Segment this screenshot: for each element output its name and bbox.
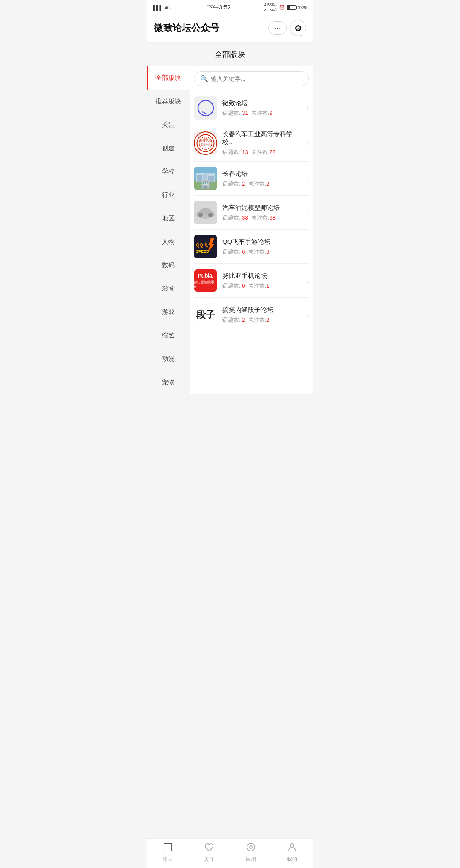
follow-count-7: 2 <box>266 317 269 323</box>
topic-count-7: 2 <box>242 317 245 323</box>
forum-item-3[interactable]: 长春论坛 话题数: 2 关注数:2 › <box>194 162 309 196</box>
changchun-image <box>194 167 217 190</box>
forum-info-4: 汽车油泥模型师论坛 话题数: 38 关注数:68 <box>222 204 304 222</box>
svg-text:QQ飞: QQ飞 <box>196 243 208 248</box>
chevron-icon-6: › <box>307 277 309 285</box>
forum-item-2[interactable]: 长春汽车 工业专科 长春汽车工业高等专科学校... 话题数: 13 关注数:22 <box>194 125 309 162</box>
svg-point-14 <box>198 213 203 217</box>
forum-icon-5: QQ飞 SPEED <box>194 235 217 258</box>
svg-text:工业专科: 工业专科 <box>201 143 211 146</box>
topic-count-3: 2 <box>242 180 245 187</box>
chevron-icon-4: › <box>307 209 309 217</box>
svg-rect-11 <box>208 176 214 182</box>
nubia-icon: nubia. 努比亚智能手机 <box>194 269 217 292</box>
battery-info: 4.55K/s30.8K/s ⏰ 33% <box>264 3 307 12</box>
network-type: 4G+ <box>164 5 173 10</box>
app-header: 微致论坛公众号 ··· <box>147 15 313 43</box>
nubia-sub-text: 努比亚智能手机 <box>194 280 217 289</box>
chevron-icon-2: › <box>307 140 309 147</box>
forum-list: 微致论坛 话题数: 31 关注数:9 › 长春汽车 <box>194 91 309 331</box>
sidebar-item-people[interactable]: 人物 <box>147 230 190 254</box>
topic-count-2: 13 <box>242 149 248 155</box>
more-icon: ··· <box>275 24 280 32</box>
search-icon: 🔍 <box>200 75 208 83</box>
forum-item-1[interactable]: 微致论坛 话题数: 31 关注数:9 › <box>194 91 309 125</box>
duanzi-icon: 段子 <box>194 303 217 326</box>
chevron-icon-1: › <box>307 104 309 112</box>
forum-item-6[interactable]: nubia. 努比亚智能手机 努比亚手机论坛 话题数: 0 关注数:1 › <box>194 264 309 298</box>
svg-point-15 <box>208 213 213 217</box>
sidebar-item-anime[interactable]: 动漫 <box>147 347 190 371</box>
forum-item-5[interactable]: QQ飞 SPEED QQ飞车手游论坛 话题数: 6 关注数:6 › <box>194 230 309 264</box>
clay-image <box>194 201 217 224</box>
svg-rect-10 <box>203 174 207 182</box>
forum-name-5: QQ飞车手游论坛 <box>222 238 304 246</box>
forum-icon-6: nubia. 努比亚智能手机 <box>194 269 217 292</box>
sidebar-item-game[interactable]: 游戏 <box>147 300 190 324</box>
record-icon <box>295 25 301 31</box>
forum-icon-1 <box>194 96 217 120</box>
sidebar-item-follow[interactable]: 关注 <box>147 113 190 137</box>
forum-icon-2: 长春汽车 工业专科 <box>194 131 217 155</box>
header-actions: ··· <box>268 20 306 36</box>
main-content: 全部版块 推荐版块 关注 创建 学校 行业 地区 人物 数码 影音 游戏 综艺 … <box>147 66 313 394</box>
forum-icon-7: 段子 <box>194 303 217 326</box>
sidebar-item-school[interactable]: 学校 <box>147 160 190 183</box>
topic-count-6: 0 <box>242 283 245 289</box>
sidebar-item-region[interactable]: 地区 <box>147 207 190 230</box>
signal-info: ▌▌▌ 4G+ <box>153 5 174 10</box>
app-title: 微致论坛公众号 <box>154 22 219 34</box>
follow-count-6: 1 <box>266 283 269 289</box>
forum-stats-3: 话题数: 2 关注数:2 <box>222 180 304 188</box>
forum-stats-5: 话题数: 6 关注数:6 <box>222 248 304 256</box>
battery-icon <box>287 5 296 10</box>
forum-name-3: 长春论坛 <box>222 170 304 178</box>
follow-count-4: 68 <box>270 214 276 221</box>
network-speed: 4.55K/s30.8K/s <box>264 3 277 12</box>
more-button[interactable]: ··· <box>268 21 287 35</box>
qq-speed-image: QQ飞 SPEED <box>194 235 217 258</box>
search-input[interactable] <box>211 75 302 82</box>
forum-stats-4: 话题数: 38 关注数:68 <box>222 214 304 222</box>
forum-stats-6: 话题数: 0 关注数:1 <box>222 282 304 290</box>
forum-info-3: 长春论坛 话题数: 2 关注数:2 <box>222 170 304 188</box>
forum-name-2: 长春汽车工业高等专科学校... <box>222 130 304 146</box>
forum-item-7[interactable]: 段子 搞笑内涵段子论坛 话题数: 2 关注数:2 › <box>194 298 309 331</box>
sidebar-item-digital[interactable]: 数码 <box>147 254 190 277</box>
svg-text:SPEED: SPEED <box>196 249 209 254</box>
sidebar-item-recommended[interactable]: 推荐版块 <box>147 90 190 113</box>
school-badge-icon: 长春汽车 工业专科 <box>194 131 217 155</box>
forum-item-4[interactable]: 汽车油泥模型师论坛 话题数: 38 关注数:68 › <box>194 196 309 230</box>
forum-stats-7: 话题数: 2 关注数:2 <box>222 316 304 324</box>
battery-percent: 33% <box>298 5 307 10</box>
chevron-icon-3: › <box>307 175 309 183</box>
sidebar-item-media[interactable]: 影音 <box>147 277 190 300</box>
record-button[interactable] <box>290 20 306 36</box>
page-title: 全部版块 <box>215 50 245 59</box>
search-bar: 🔍 <box>194 71 309 86</box>
sidebar-item-industry[interactable]: 行业 <box>147 183 190 207</box>
svg-rect-9 <box>197 175 202 182</box>
time-display: 下午3:52 <box>207 4 230 11</box>
sidebar-item-all[interactable]: 全部版块 <box>147 66 190 90</box>
forum-name-6: 努比亚手机论坛 <box>222 272 304 280</box>
alarm-icon: ⏰ <box>279 5 285 10</box>
follow-count-3: 2 <box>266 180 269 187</box>
nubia-logo-text: nubia. <box>198 272 213 279</box>
follow-count-2: 22 <box>270 149 276 155</box>
forum-name-1: 微致论坛 <box>222 99 304 107</box>
forum-info-7: 搞笑内涵段子论坛 话题数: 2 关注数:2 <box>222 306 304 324</box>
chevron-icon-5: › <box>307 243 309 251</box>
signal-bars: ▌▌▌ <box>153 5 163 10</box>
sidebar-item-pet[interactable]: 宠物 <box>147 371 190 394</box>
topic-count-5: 6 <box>242 248 245 255</box>
forum-icon-4 <box>194 201 217 224</box>
forum-info-2: 长春汽车工业高等专科学校... 话题数: 13 关注数:22 <box>222 130 304 156</box>
forum-stats-1: 话题数: 31 关注数:9 <box>222 109 304 117</box>
right-panel: 🔍 微致论坛 话题数: 31 关注数:9 <box>190 66 313 394</box>
sidebar-item-create[interactable]: 创建 <box>147 137 190 160</box>
forum-stats-2: 话题数: 13 关注数:22 <box>222 148 304 156</box>
topic-count-1: 31 <box>242 110 248 116</box>
sidebar-item-variety[interactable]: 综艺 <box>147 324 190 347</box>
duanzi-text: 段子 <box>196 308 215 321</box>
